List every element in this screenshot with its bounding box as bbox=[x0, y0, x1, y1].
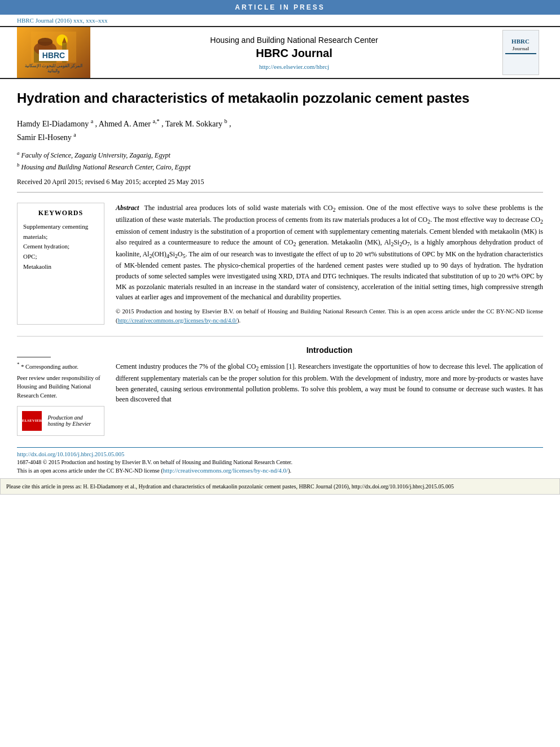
footnote-corresponding: * * Corresponding author. bbox=[17, 361, 104, 371]
footer-license-link[interactable]: http://creativecommons.org/licenses/by-n… bbox=[163, 467, 288, 474]
author-2: Ahmed A. Amer bbox=[99, 120, 151, 128]
footnote-peer-review: Peer review under responsibility of Hous… bbox=[17, 374, 104, 400]
journal-ref-line: HBRC Journal (2016) xxx, xxx–xxx bbox=[0, 15, 560, 26]
hbrc-badge: HBRC Journal bbox=[502, 30, 539, 75]
logo-hbrc-label: HBRC bbox=[39, 50, 68, 61]
keywords-title: KEYWORDS bbox=[23, 209, 98, 217]
keyword-2: Cement hydration; bbox=[23, 242, 98, 252]
abstract-section: KEYWORDS Supplementary cementing materia… bbox=[17, 203, 543, 325]
left-column: * * Corresponding author. Peer review un… bbox=[17, 346, 104, 436]
introduction-title: Introduction bbox=[116, 346, 543, 355]
journal-link[interactable]: http://ees.elsevier.com/hbrcj bbox=[259, 63, 329, 70]
article-title: Hydration and characteristics of metakao… bbox=[17, 89, 543, 107]
footer-doi: http://dx.doi.org/10.1016/j.hbrcj.2015.0… bbox=[17, 451, 543, 457]
svg-point-5 bbox=[38, 38, 53, 46]
page-footer: http://dx.doi.org/10.1016/j.hbrcj.2015.0… bbox=[17, 447, 543, 474]
institution-name: Housing and Building National Research C… bbox=[210, 36, 378, 45]
header-center: Housing and Building National Research C… bbox=[90, 27, 498, 78]
footnote-divider bbox=[17, 357, 51, 357]
author-3-sup: b bbox=[224, 118, 227, 124]
author-3: Tarek M. Sokkary bbox=[165, 120, 222, 128]
copyright-text: © 2015 Production and hosting by Elsevie… bbox=[116, 307, 543, 325]
author-1-sup: a bbox=[91, 118, 93, 124]
introduction-column: Introduction Cement industry produces th… bbox=[116, 346, 543, 436]
affiliations: a Faculty of Science, Zagazig University… bbox=[17, 150, 543, 172]
abstract-column: Abstract The industrial area produces lo… bbox=[116, 203, 543, 325]
journal-logo-left: HBRC المركز القومى للبحوث الإسكانية والب… bbox=[17, 27, 90, 78]
keyword-1: Supplementary cementing materials; bbox=[23, 222, 98, 242]
elsevier-logo: ELSEVIER bbox=[22, 411, 42, 431]
abstract-label: Abstract bbox=[116, 204, 139, 212]
author-4: Samir El-Hoseny bbox=[17, 133, 72, 142]
keywords-list: Supplementary cementing materials; Cemen… bbox=[23, 222, 98, 272]
affiliation-2: b Housing and Building National Research… bbox=[17, 161, 543, 172]
author-4-sup: a bbox=[73, 132, 76, 138]
author-1: Hamdy El-Diadamony bbox=[17, 120, 89, 128]
journal-header: HBRC المركز القومى للبحوث الإسكانية والب… bbox=[0, 26, 560, 79]
received-line: Received 20 April 2015; revised 6 May 20… bbox=[17, 178, 543, 193]
abstract-body: Abstract The industrial area produces lo… bbox=[116, 203, 543, 303]
section-divider bbox=[17, 336, 543, 337]
copyright-link[interactable]: http://creativecommons.org/licenses/by-n… bbox=[118, 317, 238, 324]
author-sep-2: , bbox=[161, 120, 165, 128]
footer-issn: 1687-4048 © 2015 Production and hosting … bbox=[17, 459, 543, 465]
cite-label: Please cite this article in press as: bbox=[6, 483, 82, 490]
journal-title: HBRC Journal bbox=[256, 47, 333, 60]
author-sep-3: , bbox=[229, 120, 231, 128]
introduction-body: Cement industry produces the 7% of the g… bbox=[116, 361, 543, 405]
affiliation-1: a Faculty of Science, Zagazig University… bbox=[17, 150, 543, 160]
article-content: Hydration and characteristics of metakao… bbox=[0, 79, 560, 442]
keywords-column: KEYWORDS Supplementary cementing materia… bbox=[17, 203, 104, 325]
footnotes-area: * * Corresponding author. Peer review un… bbox=[17, 357, 104, 400]
authors-line: Hamdy El-Diadamony a , Ahmed A. Amer a,*… bbox=[17, 117, 543, 144]
badge-subtitle: Journal bbox=[512, 46, 529, 51]
badge-title: HBRC bbox=[511, 38, 530, 45]
elsevier-area: ELSEVIER Production and hosting by Elsev… bbox=[17, 406, 104, 436]
footer-open-access: This is an open access article under the… bbox=[17, 467, 543, 474]
author-2-sup: a,* bbox=[152, 118, 159, 124]
article-in-press-banner: ARTICLE IN PRESS bbox=[0, 0, 560, 15]
keyword-4: Metakaolin bbox=[23, 262, 98, 272]
cite-text: H. El-Diadamony et al., Hydration and ch… bbox=[83, 483, 454, 490]
header-logo-right: HBRC Journal bbox=[498, 27, 543, 78]
intro-section: * * Corresponding author. Peer review un… bbox=[17, 346, 543, 436]
elsevier-caption: Production and hosting by Elsevier bbox=[47, 414, 99, 427]
keyword-3: OPC; bbox=[23, 252, 98, 262]
logo-arabic: المركز القومى للبحوث الإسكانية والبنائية bbox=[21, 63, 86, 73]
please-cite-box: Please cite this article in press as: H.… bbox=[0, 478, 560, 495]
